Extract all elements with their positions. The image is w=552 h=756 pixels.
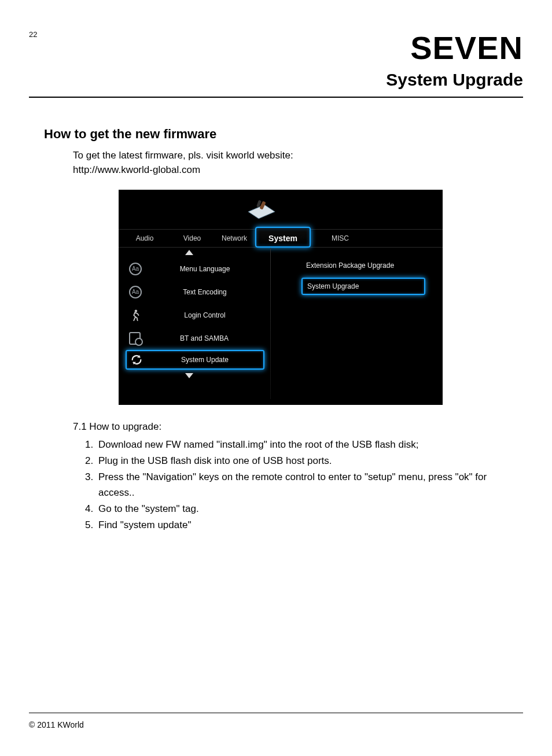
device-ui-screenshot: Audio Video Network System MISC Aa Menu … (119, 190, 443, 405)
left-menu: Aa Menu Language Aa Text Encoding Login … (126, 250, 264, 378)
menu-item-login[interactable]: Login Control (126, 304, 264, 327)
svg-point-3 (135, 309, 137, 312)
vertical-divider (270, 248, 271, 399)
intro-text: To get the latest firmware, pls. visit k… (73, 149, 517, 163)
chapter-subtitle: System Upgrade (29, 70, 523, 90)
refresh-icon (130, 353, 143, 366)
menu-label: Menu Language (151, 265, 264, 273)
menu-item-bt-samba[interactable]: BT and SAMBA (126, 327, 264, 350)
footer-rule (29, 713, 523, 713)
scroll-down-icon[interactable] (185, 373, 193, 378)
menu-label: System Update (152, 356, 263, 364)
section-heading: How to get the new firmware (44, 127, 517, 142)
tab-video[interactable]: Video (171, 234, 214, 242)
menu-label: Text Encoding (151, 288, 264, 296)
menu-item-encoding[interactable]: Aa Text Encoding (126, 281, 264, 304)
tab-system[interactable]: System (255, 227, 311, 248)
menu-item-language[interactable]: Aa Menu Language (126, 257, 264, 281)
person-run-icon (129, 309, 142, 322)
menu-label: Login Control (151, 311, 264, 319)
list-item: Plug in the USB flash disk into one of U… (96, 453, 506, 469)
intro-url: http://www.kworld-global.com (73, 164, 517, 176)
tab-network[interactable]: Network (214, 234, 255, 242)
right-item-extension-upgrade[interactable]: Extension Package Upgrade (301, 258, 425, 273)
menu-item-system-update[interactable]: System Update (126, 350, 264, 370)
sub-section-heading: 7.1 How to upgrade: (73, 421, 517, 433)
tab-bar: Audio Video Network System MISC (119, 229, 443, 248)
list-item: Go to the "system" tag. (96, 501, 506, 517)
screenshot-container: Audio Video Network System MISC Aa Menu … (44, 190, 517, 405)
system-icon (245, 200, 278, 226)
list-item: Find "system update" (96, 518, 506, 533)
chapter-title: SEVEN (29, 29, 523, 67)
page-number: 22 (29, 30, 37, 39)
menu-label: BT and SAMBA (150, 334, 264, 342)
right-item-system-upgrade[interactable]: System Upgrade (301, 278, 425, 295)
manual-page: 22 SEVEN System Upgrade How to get the n… (0, 0, 552, 756)
scroll-up-icon[interactable] (185, 250, 193, 255)
aa-icon: Aa (129, 263, 142, 275)
copyright-footer: © 2011 KWorld (29, 720, 84, 729)
document-info-icon (129, 332, 141, 345)
list-item: Download new FW named "install.img" into… (96, 437, 506, 452)
aa-icon: Aa (129, 286, 142, 298)
tab-audio[interactable]: Audio (119, 234, 171, 242)
tab-misc[interactable]: MISC (319, 234, 362, 242)
list-item: Press the "Navigation" keys on the remot… (96, 470, 506, 500)
right-menu: Extension Package Upgrade System Upgrade (301, 258, 425, 295)
upgrade-steps-list: Download new FW named "install.img" into… (96, 437, 517, 533)
header-rule (29, 97, 523, 98)
content-area: How to get the new firmware To get the l… (29, 127, 523, 533)
